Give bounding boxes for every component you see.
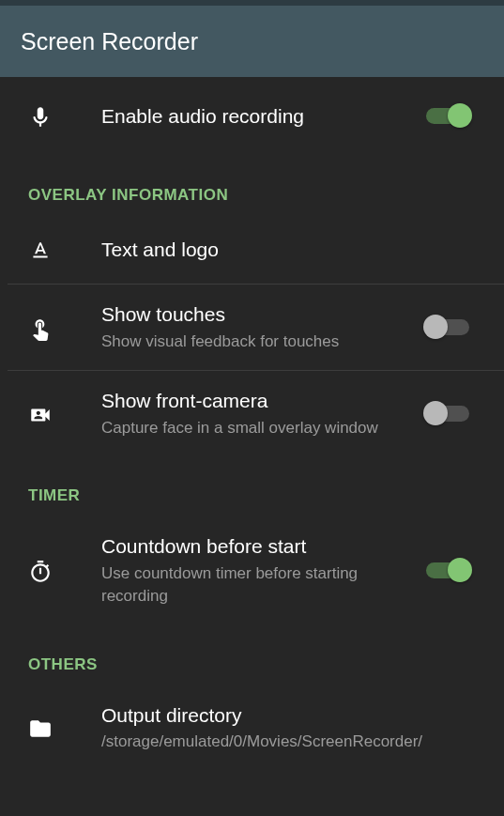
front-camera-icon (28, 401, 101, 427)
front-camera-toggle[interactable] (425, 406, 470, 423)
folder-icon (28, 715, 101, 741)
settings-content: Enable audio recording OVERLAY INFORMATI… (0, 77, 504, 771)
setting-show-touches[interactable]: Show touches Show visual feedback for to… (0, 285, 504, 370)
show-touches-toggle[interactable] (425, 319, 470, 336)
setting-title: Output directory (101, 702, 465, 729)
setting-show-front-camera[interactable]: Show front-camera Capture face in a smal… (0, 371, 504, 456)
setting-output-directory[interactable]: Output directory /storage/emulated/0/Mov… (0, 685, 504, 771)
audio-toggle[interactable] (425, 108, 470, 125)
setting-subtitle: Use countdown timer before starting reco… (101, 562, 408, 608)
setting-countdown[interactable]: Countdown before start Use countdown tim… (0, 516, 504, 625)
setting-text-and-logo[interactable]: Text and logo (0, 216, 504, 284)
app-bar: Screen Recorder (0, 6, 504, 77)
text-format-icon (28, 237, 101, 263)
setting-title: Enable audio recording (101, 103, 408, 130)
countdown-toggle[interactable] (425, 562, 470, 579)
timer-icon (28, 558, 101, 584)
setting-title: Text and logo (101, 237, 465, 263)
setting-title: Countdown before start (101, 533, 408, 560)
mic-icon (28, 103, 101, 130)
section-header-others: OTHERS (0, 625, 504, 685)
setting-title: Show front-camera (101, 388, 408, 414)
setting-title: Show touches (101, 301, 408, 328)
page-title: Screen Recorder (21, 28, 198, 55)
setting-subtitle: /storage/emulated/0/Movies/ScreenRecorde… (101, 731, 465, 754)
setting-enable-audio[interactable]: Enable audio recording (0, 77, 504, 156)
section-header-timer: TIMER (0, 456, 504, 516)
section-header-overlay: OVERLAY INFORMATION (0, 156, 504, 216)
setting-subtitle: Capture face in a small overlay window (101, 417, 408, 440)
setting-subtitle: Show visual feedback for touches (101, 331, 408, 354)
touch-icon (28, 315, 101, 341)
